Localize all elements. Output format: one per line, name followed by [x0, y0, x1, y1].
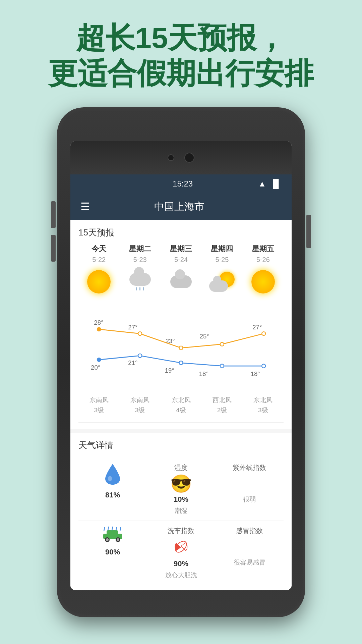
carwash-icon — [102, 526, 123, 545]
city-title: 中国上海市 — [90, 200, 268, 214]
svg-text:19°: 19° — [165, 367, 174, 374]
cold-sub: 很容易感冒 — [234, 558, 265, 567]
detail-carwash: 90% — [78, 521, 147, 585]
uv-icon: 😎 — [170, 475, 192, 492]
header-title: 超长15天预报， 更适合假期出行安排 — [13, 20, 349, 91]
forecast-day-3: 星期四 5-25 — [201, 244, 242, 298]
menu-icon[interactable]: ☰ — [80, 200, 90, 213]
front-camera — [168, 154, 174, 161]
detail-humidity: 81% — [78, 458, 147, 521]
svg-text:25°: 25° — [200, 333, 209, 340]
svg-text:18°: 18° — [199, 370, 208, 377]
app-content: 15天预报 今天 5-22 — [70, 220, 292, 590]
svg-line-27 — [104, 528, 105, 531]
humidity-label: 湿度 — [174, 463, 188, 472]
wifi-icon: ▲ — [258, 179, 266, 189]
forecast-day-4: 星期五 5-26 — [243, 244, 284, 298]
weather-details-section: 天气详情 81% — [70, 433, 292, 590]
svg-line-30 — [116, 528, 117, 530]
uv-decoration — [241, 475, 258, 492]
uv-value: 10% — [174, 495, 188, 504]
svg-point-6 — [138, 332, 142, 335]
svg-text:18°: 18° — [251, 370, 260, 377]
forecast-day-0: 今天 5-22 — [78, 244, 119, 298]
detail-cold: 感冒指数 很容易感冒 — [215, 521, 284, 585]
svg-point-7 — [179, 346, 183, 350]
svg-text:20°: 20° — [91, 364, 100, 371]
detail-humidity-label: 湿度 😎 10% 潮湿 — [147, 458, 215, 521]
forecast-section: 15天预报 今天 5-22 — [70, 220, 292, 429]
forecast-day-1: 星期二 5-23 — [119, 244, 160, 298]
svg-point-18 — [220, 364, 224, 368]
wind-day-3: 西北风 2级 — [201, 395, 242, 416]
svg-text:27°: 27° — [128, 324, 137, 331]
page-header: 超长15天预报， 更适合假期出行安排 — [0, 0, 362, 104]
svg-text:23°: 23° — [166, 337, 175, 344]
phone-shell: 15:23 ▲ ▐▌ ☰ 中国上海市 15天预报 — [57, 107, 305, 617]
svg-line-29 — [112, 527, 113, 530]
svg-line-31 — [120, 528, 121, 531]
svg-point-9 — [262, 332, 265, 335]
app-navbar: ☰ 中国上海市 — [70, 193, 292, 220]
svg-point-24 — [106, 538, 109, 541]
forecast-title: 15天预报 — [78, 227, 284, 238]
speaker — [184, 153, 194, 163]
svg-point-16 — [138, 354, 142, 358]
svg-point-20 — [108, 476, 112, 481]
phone-top-notch — [70, 141, 292, 174]
status-icons: ▲ ▐▌ — [258, 179, 282, 189]
temperature-chart: 28° 27° 23° 25° 27° — [78, 301, 284, 388]
power-button — [306, 215, 311, 248]
volume-up-button — [51, 201, 56, 228]
status-time: 15:23 — [107, 179, 258, 189]
cold-label: 感冒指数 — [236, 526, 263, 535]
cold-decoration — [241, 538, 258, 555]
uv-label: 紫外线指数 — [233, 463, 266, 472]
wind-day-4: 东北风 3级 — [243, 395, 284, 416]
svg-rect-22 — [107, 530, 118, 535]
svg-line-28 — [108, 527, 109, 530]
weather-icon-cloudy-2 — [168, 268, 194, 295]
battery-icon: ▐▌ — [270, 179, 282, 189]
phone-mockup: 15:23 ▲ ▐▌ ☰ 中国上海市 15天预报 — [57, 107, 305, 617]
volume-down-button — [51, 235, 56, 262]
svg-point-15 — [97, 358, 101, 362]
wind-day-1: 东南风 3级 — [119, 395, 160, 416]
detail-uv: 紫外线指数 很弱 — [215, 458, 284, 521]
svg-point-8 — [220, 342, 224, 346]
carwash-label-text: 洗车指数 — [168, 526, 194, 535]
svg-point-17 — [179, 361, 183, 365]
weather-icon-sunny-0 — [85, 268, 112, 295]
humidity-sub: 潮湿 — [175, 506, 187, 515]
svg-text:27°: 27° — [252, 324, 262, 331]
details-grid: 81% 湿度 😎 10% 潮湿 — [78, 458, 284, 585]
wind-day-0: 东南风 3级 — [78, 395, 119, 416]
svg-text:28°: 28° — [94, 319, 103, 326]
forecast-days: 今天 5-22 星期二 5-23 — [78, 244, 284, 298]
weather-icon-sunny-4 — [250, 268, 277, 295]
details-title: 天气详情 — [78, 439, 284, 451]
svg-point-26 — [117, 538, 119, 541]
forecast-day-2: 星期三 5-24 — [161, 244, 201, 298]
uv-sub: 很弱 — [243, 495, 256, 504]
weather-icon-partly-3 — [208, 268, 235, 295]
humidity-icon — [104, 463, 121, 488]
svg-text:21°: 21° — [128, 359, 137, 366]
detail-carwash-label: 洗车指数 90% — [147, 521, 215, 585]
humidity-value: 81% — [105, 491, 120, 499]
status-bar: 15:23 ▲ ▐▌ — [70, 174, 292, 193]
phone-screen: 15:23 ▲ ▐▌ ☰ 中国上海市 15天预报 — [70, 141, 292, 590]
cold-value: 90% — [174, 559, 188, 568]
carwash-value: 90% — [105, 548, 120, 556]
weather-icon-rainy-1 — [127, 268, 154, 295]
svg-point-19 — [262, 364, 265, 368]
wind-info: 东南风 3级 东南风 3级 东北风 4级 — [78, 392, 284, 423]
cold-icon — [172, 538, 190, 557]
carwash-sub: 放心大胆洗 — [165, 571, 197, 580]
svg-point-5 — [97, 327, 101, 331]
wind-day-2: 东北风 4级 — [161, 395, 201, 416]
